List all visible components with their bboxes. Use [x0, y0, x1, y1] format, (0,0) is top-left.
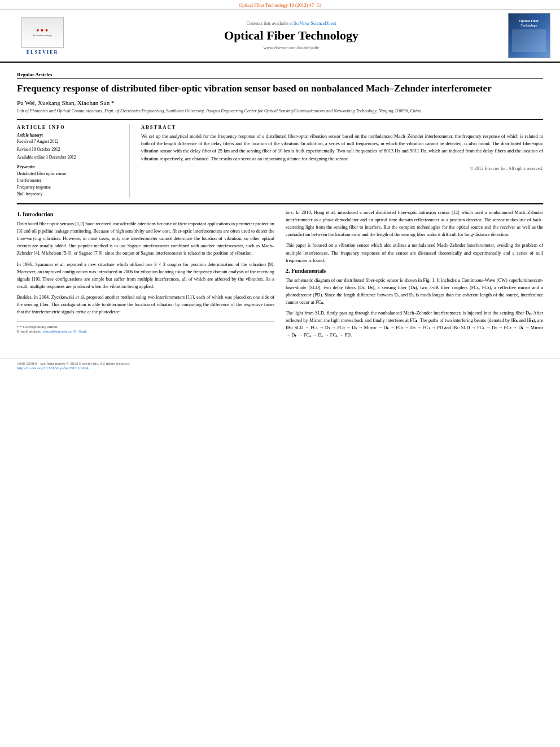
journal-header-center: Contents lists available at SciVerse Sci… [85, 21, 498, 50]
section-label: Regular Articles [17, 72, 543, 79]
journal-cover-image: Optical FiberTechnology [508, 13, 550, 58]
keyword-3: Frequency response [17, 184, 124, 191]
footnote-star: * * Corresponding author. [17, 325, 274, 329]
body-columns: 1. Introduction Distributed fiber-optic … [17, 209, 543, 342]
section2-heading: 2. Fundamentals [286, 268, 543, 274]
journal-cover-area: Optical FiberTechnology [504, 13, 554, 58]
copyright-line: © 2012 Elsevier Inc. All rights reserved… [141, 166, 543, 171]
keyword-1: Distributed fiber optic sensor [17, 171, 124, 177]
journal-title: Optical Fiber Technology [85, 28, 498, 43]
right-para-1: tors. In 2010, Hong et al. introduced a … [286, 209, 543, 238]
keyword-list: Distributed fiber optic sensor Interfero… [17, 171, 124, 198]
article-title: Frequency response of distributed fiber-… [17, 82, 543, 95]
right-para-2: This paper is focused on a vibration sen… [286, 242, 543, 264]
available-online-date: Available online 3 December 2012 [17, 155, 124, 160]
sciverse-link[interactable]: SciVerse ScienceDirect [294, 21, 336, 26]
journal-logo-area: ■ ■ ■ decorative image ELSEVIER [6, 17, 79, 55]
fundamentals-para-1: The schematic diagram of our distributed… [286, 277, 543, 306]
footer-area: 1068-5200/$ - see front matter © 2012 El… [0, 359, 560, 373]
received-date: Received 7 August 2012 [17, 139, 124, 144]
author-names: Pu Wei, Xuekang Shan, Xiaohan Sun * [17, 99, 114, 106]
revised-date: Revised 18 October 2012 [17, 147, 124, 152]
article-info-col: ARTICLE INFO Article history: Received 7… [17, 124, 130, 198]
affiliation: Lab of Photonics and Optical Communicati… [17, 108, 543, 113]
elsevier-wordmark: ELSEVIER [27, 50, 58, 55]
intro-para-2: In 1996, Spammer et al. reported a new s… [17, 261, 274, 290]
keyword-2: Interferometer [17, 177, 124, 184]
contents-line: Contents lists available at SciVerse Sci… [85, 21, 498, 26]
keywords-label: Keywords: [17, 164, 124, 169]
authors: Pu Wei, Xuekang Shan, Xiaohan Sun * [17, 99, 543, 106]
intro-para-3: Besides, in 2004, Zyczkowski et al. prop… [17, 294, 274, 316]
footnote-area: * * Corresponding author. E-mail address… [17, 321, 274, 334]
body-right-col: tors. In 2010, Hong et al. introduced a … [286, 209, 543, 342]
article-container: Regular Articles Frequency response of d… [0, 63, 560, 354]
footnote-email: E-mail address: xlsun@seu.edu.cn (X. Sun… [17, 329, 274, 334]
journal-url: www.elsevier.com/locate/yofte [85, 45, 498, 50]
intro-para-1: Distributed fiber-optic sensors [1,2] ha… [17, 220, 274, 257]
body-left-col: 1. Introduction Distributed fiber-optic … [17, 209, 274, 342]
fundamentals-para-2: The light from SLD, firstly passing thro… [286, 309, 543, 339]
history-label: Article history: [17, 133, 124, 138]
journal-header: ■ ■ ■ decorative image ELSEVIER Contents… [0, 10, 560, 63]
section-divider [17, 203, 543, 204]
keyword-4: Null frequency [17, 191, 124, 198]
article-meta-row: ARTICLE INFO Article history: Received 7… [17, 119, 543, 198]
footer-doi[interactable]: http://dx.doi.org/10.1016/j.yofte.2012.1… [17, 366, 543, 370]
article-info-title: ARTICLE INFO [17, 124, 124, 130]
journal-top-bar: Optical Fiber Technology 19 (2013) 47–51 [0, 0, 560, 10]
journal-cover-title: Optical FiberTechnology [519, 19, 539, 28]
section1-heading: 1. Introduction [17, 211, 274, 217]
journal-citation: Optical Fiber Technology 19 (2013) 47–51 [239, 2, 321, 8]
abstract-title: ABSTRACT [141, 124, 543, 130]
abstract-col: ABSTRACT We set up the analytical model … [141, 124, 543, 198]
footer-issn: 1068-5200/$ - see front matter © 2012 El… [17, 361, 543, 366]
abstract-text: We set up the analytical model for the f… [141, 133, 543, 163]
